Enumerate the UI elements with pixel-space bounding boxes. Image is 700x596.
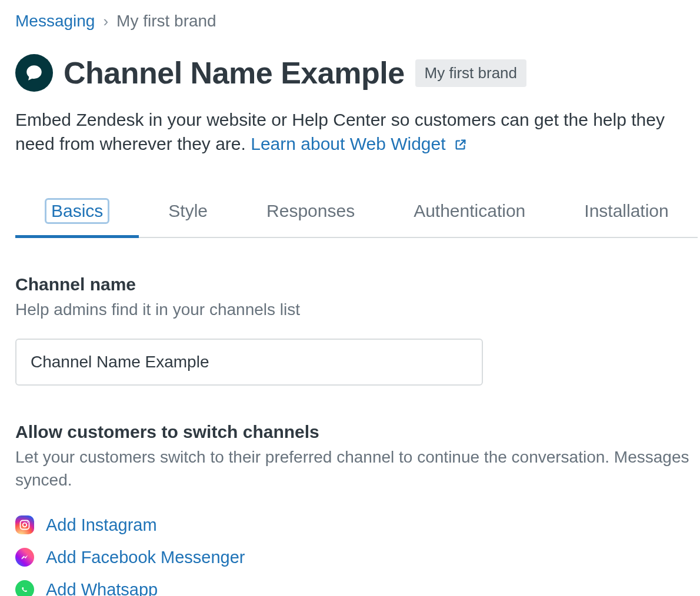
tab-basics[interactable]: Basics <box>15 198 139 237</box>
page-header: Channel Name Example My first brand <box>15 54 700 92</box>
whatsapp-icon <box>15 580 34 596</box>
learn-web-widget-link[interactable]: Learn about Web Widget <box>251 134 467 153</box>
add-facebook-messenger-link[interactable]: Add Facebook Messenger <box>46 548 245 567</box>
breadcrumb: Messaging › My first brand <box>15 12 700 31</box>
breadcrumb-root-link[interactable]: Messaging <box>15 12 95 31</box>
tabs: Basics Style Responses Authentication In… <box>15 198 698 238</box>
svg-point-1 <box>23 523 27 527</box>
add-whatsapp-row: Add Whatsapp <box>15 580 700 596</box>
tab-label: Installation <box>584 198 668 224</box>
tab-label: Basics <box>45 198 109 224</box>
tab-label: Style <box>168 198 208 224</box>
svg-rect-0 <box>21 521 29 530</box>
page-description: Embed Zendesk in your website or Help Ce… <box>15 108 686 157</box>
add-facebook-messenger-row: Add Facebook Messenger <box>15 548 700 567</box>
chevron-right-icon: › <box>103 12 108 31</box>
tab-authentication[interactable]: Authentication <box>384 198 555 237</box>
tab-style[interactable]: Style <box>139 198 237 237</box>
channel-name-section: Channel name Help admins find it in your… <box>15 274 700 386</box>
switch-channels-section: Allow customers to switch channels Let y… <box>15 422 700 596</box>
add-instagram-row: Add Instagram <box>15 515 700 535</box>
svg-point-2 <box>27 522 28 523</box>
instagram-icon <box>15 515 34 534</box>
channel-name-help: Help admins find it in your channels lis… <box>15 298 698 321</box>
switch-channels-help: Let your customers switch to their prefe… <box>15 446 698 491</box>
add-instagram-link[interactable]: Add Instagram <box>46 515 157 535</box>
page-title: Channel Name Example <box>64 55 405 91</box>
channel-name-input[interactable] <box>15 339 483 386</box>
facebook-messenger-icon <box>15 548 34 567</box>
brand-badge: My first brand <box>415 59 527 87</box>
channel-speech-icon <box>15 54 53 92</box>
switch-channels-title: Allow customers to switch channels <box>15 422 700 442</box>
channel-name-title: Channel name <box>15 274 700 294</box>
tab-label: Authentication <box>414 198 525 224</box>
add-channel-links: Add Instagram Add Facebook Messenger Add… <box>15 515 700 596</box>
tab-installation[interactable]: Installation <box>555 198 698 237</box>
tab-responses[interactable]: Responses <box>237 198 384 237</box>
tab-label: Responses <box>266 198 355 224</box>
add-whatsapp-link[interactable]: Add Whatsapp <box>46 580 158 596</box>
breadcrumb-current: My first brand <box>116 12 216 31</box>
external-link-icon <box>454 133 467 158</box>
